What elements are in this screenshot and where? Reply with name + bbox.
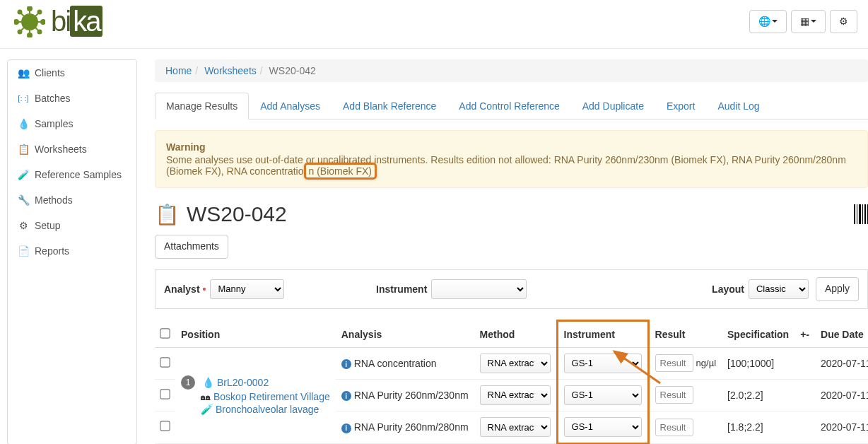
svg-rect-19 xyxy=(859,204,861,224)
specification-value: [100;1000] xyxy=(722,347,794,379)
analyst-select[interactable]: Manny xyxy=(210,279,284,299)
virus-icon xyxy=(14,6,45,37)
language-button[interactable]: 🌐 xyxy=(749,10,787,34)
sidebar-item-reference-samples[interactable]: 🧪Reference Samples xyxy=(8,162,136,187)
breadcrumb-worksheets[interactable]: Worksheets xyxy=(204,65,257,76)
tab-audit-log[interactable]: Audit Log xyxy=(706,93,770,119)
row-checkbox[interactable] xyxy=(160,389,170,399)
analysis-name: RNA Purity 260nm/280nm xyxy=(354,421,469,433)
col-analysis: Analysis xyxy=(336,320,474,347)
tab-manage-results[interactable]: Manage Results xyxy=(155,93,249,119)
worksheets-icon: 📋 xyxy=(18,144,29,155)
breadcrumb-home[interactable]: Home xyxy=(165,65,192,76)
sidebar-item-setup[interactable]: ⚙Setup xyxy=(8,213,136,238)
warning-body: Some analyses use out-of-date or uncalib… xyxy=(166,154,846,177)
instrument-select[interactable]: GS-1 xyxy=(564,385,642,405)
result-unit: ng/µl xyxy=(696,358,716,368)
tab-export[interactable]: Export xyxy=(655,93,706,119)
logo: bika xyxy=(14,6,102,37)
sidebar-label: Setup xyxy=(35,220,61,231)
svg-point-10 xyxy=(18,10,22,13)
result-input[interactable] xyxy=(655,419,693,436)
svg-rect-18 xyxy=(857,204,857,224)
samples-icon: 💧 xyxy=(18,118,29,129)
method-select[interactable]: RNA extraction xyxy=(480,354,551,373)
layout-select[interactable]: Classic xyxy=(749,279,809,299)
svg-point-4 xyxy=(28,33,32,37)
clients-icon: 👥 xyxy=(18,67,29,78)
logo-text: bika xyxy=(51,6,102,37)
globe-icon: 🌐 xyxy=(758,15,770,29)
warning-alert: Warning Some analyses use out-of-date or… xyxy=(155,130,868,188)
village-icon: 🏘 xyxy=(201,391,211,402)
tab-add-control-reference[interactable]: Add Control Reference xyxy=(447,93,570,119)
sidebar-label: Clients xyxy=(35,67,65,78)
sidebar-label: Worksheets xyxy=(35,144,87,155)
attachments-button[interactable]: Attachments xyxy=(155,235,228,259)
reference-samples-icon: 🧪 xyxy=(18,169,29,180)
sidebar-label: Reference Samples xyxy=(35,169,122,180)
instrument-select[interactable]: GS-1 xyxy=(564,354,642,373)
apply-button[interactable]: Apply xyxy=(816,277,859,301)
sidebar-label: Methods xyxy=(35,194,73,206)
client-link[interactable]: Boskop Retirement Village xyxy=(213,391,330,402)
tab-add-duplicate[interactable]: Add Duplicate xyxy=(571,93,655,119)
main-content: Home/ Worksheets/ WS20-042 Manage Result… xyxy=(155,59,868,444)
settings-button[interactable]: ⚙ xyxy=(830,10,857,34)
row-checkbox[interactable] xyxy=(160,421,170,431)
sidebar-label: Batches xyxy=(35,93,71,104)
sample-link[interactable]: BrL20-0002 xyxy=(217,377,269,388)
specification-value: [2.0;2.2] xyxy=(722,379,794,411)
col-duedate: Due Date xyxy=(815,320,868,347)
svg-point-16 xyxy=(38,30,42,33)
duedate-value: 2020-07-11 xyxy=(821,421,868,433)
setup-icon: ⚙ xyxy=(18,220,29,231)
sidebar-label: Reports xyxy=(35,245,69,257)
info-icon[interactable]: i xyxy=(341,423,351,433)
sampletype-link[interactable]: Bronchoalveolar lavage xyxy=(216,404,319,415)
flask-icon: 🧪 xyxy=(201,404,213,415)
sidebar-item-samples[interactable]: 💧Samples xyxy=(8,111,136,136)
info-icon[interactable]: i xyxy=(341,359,351,369)
results-table: Position Analysis Method Instrument Resu… xyxy=(155,320,868,444)
svg-point-12 xyxy=(38,10,42,13)
duedate-value: 2020-07-11 xyxy=(821,390,868,401)
method-select[interactable]: RNA extraction xyxy=(480,417,551,437)
drop-icon: 💧 xyxy=(202,377,214,388)
batches-icon: [: :] xyxy=(18,94,29,103)
analysis-name: RNA Purity 260nm/230nm xyxy=(354,390,469,401)
col-result: Result xyxy=(648,320,722,347)
result-input[interactable] xyxy=(655,386,693,404)
sidebar-item-batches[interactable]: [: :]Batches xyxy=(8,86,136,111)
col-instrument: Instrument xyxy=(557,320,648,347)
sidebar-item-reports[interactable]: 📄Reports xyxy=(8,238,136,264)
warning-highlight-annotation: n (Biomek FX) xyxy=(304,163,377,180)
instrument-filter-select[interactable] xyxy=(431,279,527,299)
reports-icon: 📄 xyxy=(18,245,29,257)
sidebar-item-methods[interactable]: 🔧Methods xyxy=(8,187,136,213)
col-plusminus: +- xyxy=(794,320,815,347)
apps-button[interactable]: ▦ xyxy=(791,10,826,34)
col-position: Position xyxy=(175,320,336,347)
instrument-filter-label: Instrument xyxy=(376,284,427,295)
result-input[interactable] xyxy=(655,354,693,372)
method-select[interactable]: RNA extraction xyxy=(480,385,551,405)
info-icon[interactable]: i xyxy=(341,391,351,401)
row-checkbox[interactable] xyxy=(160,357,170,367)
sidebar: 👥Clients [: :]Batches 💧Samples 📋Workshee… xyxy=(7,59,137,444)
topbar-right: 🌐 ▦ ⚙ xyxy=(749,10,857,34)
page-title: WS20-042 xyxy=(187,202,287,226)
sidebar-label: Samples xyxy=(35,118,73,129)
sidebar-item-worksheets[interactable]: 📋Worksheets xyxy=(8,136,136,162)
select-all-checkbox[interactable] xyxy=(160,328,170,338)
breadcrumb: Home/ Worksheets/ WS20-042 xyxy=(155,59,868,82)
tab-add-blank-reference[interactable]: Add Blank Reference xyxy=(332,93,447,119)
col-method: Method xyxy=(474,320,558,347)
instrument-select[interactable]: GS-1 xyxy=(564,417,642,437)
tab-add-analyses[interactable]: Add Analyses xyxy=(249,93,332,119)
analysis-name: RNA concentration xyxy=(354,358,437,369)
sidebar-item-clients[interactable]: 👥Clients xyxy=(8,60,136,86)
tabs: Manage Results Add Analyses Add Blank Re… xyxy=(155,93,868,119)
svg-point-14 xyxy=(18,30,22,33)
grid-icon: ▦ xyxy=(800,15,809,29)
